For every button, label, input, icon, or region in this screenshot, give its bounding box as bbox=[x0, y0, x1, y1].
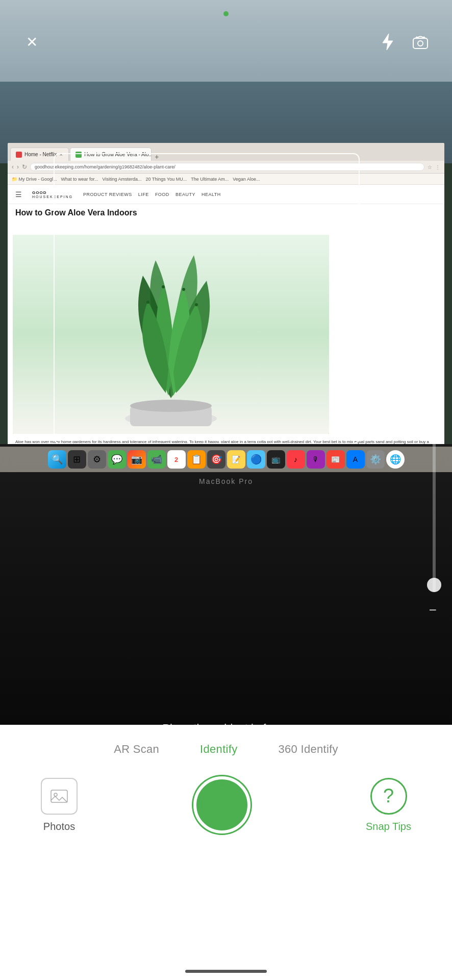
nav-health[interactable]: HEALTH bbox=[202, 192, 221, 197]
snap-tips-label: Snap Tips bbox=[366, 821, 411, 832]
macbook-label: MacBook Pro bbox=[199, 477, 253, 485]
address-bar[interactable]: goodhousekeeping.com/home/gardening/g196… bbox=[30, 163, 424, 171]
forward-button[interactable]: › bbox=[17, 163, 19, 170]
flash-button[interactable] bbox=[376, 31, 399, 53]
camera-view: Home - Netflix ✕ How to Grow Aloe Vera -… bbox=[0, 0, 452, 725]
dock-launchpad[interactable]: ⊞ bbox=[68, 450, 86, 469]
address-text: goodhousekeeping.com/home/gardening/g196… bbox=[35, 164, 175, 169]
dock-appstore[interactable]: A bbox=[346, 450, 365, 469]
svg-rect-8 bbox=[413, 38, 428, 48]
svg-point-6 bbox=[146, 301, 149, 304]
photos-icon bbox=[41, 778, 78, 815]
photos-label: Photos bbox=[43, 821, 75, 832]
dock-messages[interactable]: 💬 bbox=[108, 450, 126, 469]
bookmark-4[interactable]: 20 Things You MU... bbox=[145, 177, 187, 182]
photos-button[interactable]: Photos bbox=[41, 778, 78, 832]
aloe-tab-label: How to Grow Aloe Vera - Alo... bbox=[84, 152, 152, 157]
nav-product-reviews[interactable]: PRODUCT REVIEWS bbox=[83, 192, 132, 197]
svg-point-11 bbox=[54, 793, 57, 796]
dock-finder[interactable]: 🔍 bbox=[48, 450, 66, 469]
dock-reminders[interactable]: 📋 bbox=[187, 450, 206, 469]
dock-appletv[interactable]: 📺 bbox=[267, 450, 285, 469]
svg-point-3 bbox=[130, 400, 212, 412]
question-mark-icon: ? bbox=[383, 785, 394, 807]
browser-tabs: Home - Netflix ✕ How to Grow Aloe Vera -… bbox=[8, 143, 444, 161]
dock-notes[interactable]: 📝 bbox=[227, 450, 245, 469]
nav-food[interactable]: FOOD bbox=[155, 192, 169, 197]
tab-identify[interactable]: Identify bbox=[200, 743, 237, 756]
svg-point-9 bbox=[418, 41, 423, 46]
nav-beauty[interactable]: BEAUTY bbox=[175, 192, 195, 197]
bookmark-3[interactable]: Visiting Amsterda... bbox=[103, 177, 142, 182]
home-indicator bbox=[185, 970, 267, 973]
netflix-tab-label: Home - Netflix bbox=[24, 152, 57, 157]
dock-calendar[interactable]: 2 bbox=[167, 450, 186, 469]
site-logo: GOOD HOUSEKEEPING bbox=[32, 190, 73, 199]
photos-icon-svg bbox=[49, 786, 69, 806]
article-heading: How to Grow Aloe Vera Indoors bbox=[8, 204, 444, 220]
zoom-plus-icon[interactable]: + bbox=[431, 388, 439, 404]
svg-point-5 bbox=[182, 288, 185, 291]
status-dot bbox=[223, 11, 229, 16]
bottom-actions: Photos ? Snap Tips bbox=[0, 761, 452, 834]
site-nav: PRODUCT REVIEWS LIFE FOOD BEAUTY HEALTH bbox=[83, 192, 221, 197]
goodhousekeeping-favicon bbox=[76, 152, 82, 158]
dock-mindnode[interactable]: 🔵 bbox=[247, 450, 265, 469]
bookmark-5[interactable]: The Ultimate Am... bbox=[191, 177, 229, 182]
flash-icon bbox=[381, 33, 395, 51]
bookmark-1[interactable]: 📁 My Drive - Googl... bbox=[12, 177, 57, 182]
aloe-image bbox=[13, 235, 329, 434]
dock-facetime[interactable]: 📹 bbox=[147, 450, 166, 469]
shutter-inner bbox=[202, 785, 242, 825]
dock-podcasts[interactable]: 🎙 bbox=[307, 450, 325, 469]
svg-point-4 bbox=[162, 285, 165, 288]
dock-news[interactable]: 📰 bbox=[327, 450, 345, 469]
flip-camera-button[interactable] bbox=[409, 31, 432, 53]
laptop-screen: Home - Netflix ✕ How to Grow Aloe Vera -… bbox=[8, 143, 444, 454]
netflix-tab-close[interactable]: ✕ bbox=[59, 152, 63, 157]
shutter-button[interactable] bbox=[193, 776, 250, 834]
zoom-minus-icon[interactable]: − bbox=[429, 602, 437, 618]
bookmark-6[interactable]: Vegan Aloe... bbox=[233, 177, 260, 182]
zoom-handle[interactable] bbox=[427, 578, 441, 592]
browser-nav: ‹ › ↻ goodhousekeeping.com/home/gardenin… bbox=[8, 161, 444, 174]
svg-point-7 bbox=[195, 303, 198, 306]
hamburger-menu[interactable]: ☰ bbox=[15, 190, 22, 199]
dock-music[interactable]: ♪ bbox=[287, 450, 305, 469]
top-right-buttons bbox=[376, 31, 432, 53]
tab-ar-scan[interactable]: AR Scan bbox=[114, 743, 159, 756]
zoom-slider[interactable] bbox=[433, 398, 436, 592]
new-tab-button[interactable]: + bbox=[155, 153, 159, 161]
browser-tab-netflix[interactable]: Home - Netflix ✕ bbox=[10, 148, 69, 161]
mac-dock: 🔍 ⊞ ⚙ 💬 📷 📹 2 📋 🎯 📝 🔵 📺 ♪ 🎙 📰 A ⚙️ 🌐 bbox=[0, 447, 452, 472]
dock-chrome[interactable]: 🌐 bbox=[386, 450, 405, 469]
close-icon: ✕ bbox=[26, 34, 38, 51]
flip-camera-icon bbox=[412, 34, 429, 50]
dock-system-prefs[interactable]: ⚙️ bbox=[366, 450, 385, 469]
browser-chrome: Home - Netflix ✕ How to Grow Aloe Vera -… bbox=[8, 143, 444, 174]
site-header: ☰ GOOD HOUSEKEEPING PRODUCT REVIEWS LIFE… bbox=[8, 185, 444, 204]
bookmarks-bar: 📁 My Drive - Googl... What to wear for..… bbox=[8, 174, 444, 185]
dock-settings[interactable]: ⚙ bbox=[88, 450, 106, 469]
snap-tips-icon: ? bbox=[370, 778, 407, 815]
close-button[interactable]: ✕ bbox=[20, 31, 43, 53]
back-button[interactable]: ‹ bbox=[12, 163, 14, 170]
dock-appstore2[interactable]: 🎯 bbox=[207, 450, 225, 469]
browser-tab-aloe[interactable]: How to Grow Aloe Vera - Alo... ✕ bbox=[70, 148, 152, 161]
bookmark-star[interactable]: ☆ bbox=[428, 164, 432, 170]
dock-photos[interactable]: 📷 bbox=[128, 450, 146, 469]
page-content: 📁 My Drive - Googl... What to wear for..… bbox=[8, 174, 444, 454]
netflix-favicon bbox=[16, 152, 22, 158]
tab-360-identify[interactable]: 360 Identify bbox=[278, 743, 338, 756]
bookmark-2[interactable]: What to wear for... bbox=[61, 177, 98, 182]
nav-life[interactable]: LIFE bbox=[138, 192, 149, 197]
reload-button[interactable]: ↻ bbox=[22, 163, 27, 170]
bottom-panel: AR Scan Identify 360 Identify Photos bbox=[0, 725, 452, 980]
more-options[interactable]: ⋮ bbox=[435, 164, 440, 170]
snap-tips-button[interactable]: ? Snap Tips bbox=[366, 778, 411, 832]
tab-selector: AR Scan Identify 360 Identify bbox=[0, 725, 452, 756]
aloe-illustration bbox=[13, 235, 329, 434]
laptop-keyboard-area: ~ ` ! 1 @ 2 # 3 $ 4 % 5 ^ 6 & 7 * 8 ( 9 … bbox=[0, 444, 452, 725]
